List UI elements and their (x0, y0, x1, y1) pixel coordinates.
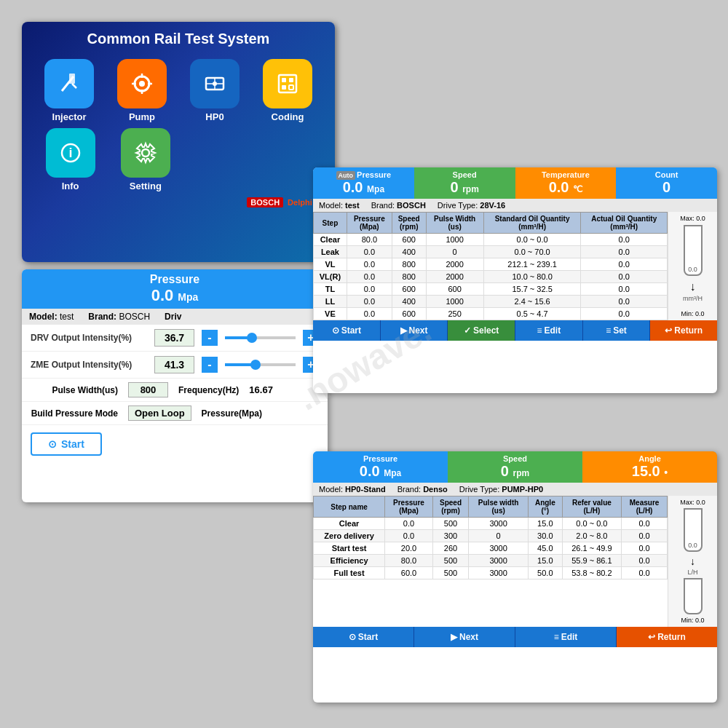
menu-item-coding[interactable]: Coding (255, 59, 320, 122)
hp0-th-pulse: Pulse width(us) (469, 496, 529, 518)
test-speed-cell: Speed 0 rpm (414, 167, 515, 199)
pump-icon (117, 59, 167, 108)
th-actual: Actual Oil Quantity(mm³/H) (581, 213, 668, 234)
test-pressure-cell: AutoPressure 0.0 Mpa (313, 167, 414, 199)
pulse-row: Pulse Width(us) 800 Frequency(Hz) 16.67 (22, 379, 328, 402)
select-check-icon: ✓ (464, 325, 471, 336)
test-return-label: Return (674, 325, 703, 336)
svg-rect-16 (282, 85, 286, 90)
svg-point-4 (139, 81, 145, 87)
hp0-start-btn[interactable]: ⊙ Start (313, 627, 414, 647)
hp0-next-btn[interactable]: ▶ Next (414, 627, 515, 647)
test-select-btn[interactable]: ✓ Select (448, 320, 515, 341)
zme-value[interactable]: 41.3 (154, 356, 194, 373)
drv-slider[interactable] (225, 336, 296, 339)
hp0-gauge-tube-bot (684, 578, 703, 614)
build-pressure-label: Build Pressure Mode (31, 408, 118, 419)
th-pulse: Pulse Width(us) (426, 213, 483, 234)
svg-point-20 (142, 149, 149, 157)
table-row: TL0.060060015.7 ~ 32.50.0 (314, 283, 668, 296)
injector-header: Pressure 0.0 Mpa (22, 269, 328, 309)
injector-icon (44, 59, 94, 108)
edit-icon: ≡ (537, 325, 542, 336)
hp0-gauge-max: Max: 0.0 (680, 499, 705, 506)
hp0-return-btn[interactable]: ↩ Return (617, 627, 717, 647)
menu-item-pump[interactable]: Pump (109, 59, 175, 122)
test-gauge-tube: 0.0 (684, 225, 703, 276)
svg-point-12 (213, 82, 217, 86)
test-set-btn[interactable]: ≡ Set (583, 320, 651, 341)
hp0-edit-label: Edit (561, 632, 578, 642)
inj-drive: Driv (165, 312, 181, 322)
hp0-th-step: Step name (314, 496, 385, 518)
test-next-label: Next (409, 325, 428, 336)
pulse-label: Pulse Width(us) (31, 385, 118, 395)
test-start-btn[interactable]: ⊙ Start (313, 320, 381, 341)
hp0-table-wrap: Step name Pressure(Mpa) Speed(rpm) Pulse… (313, 496, 668, 627)
hp0-start-label: Start (358, 632, 378, 642)
freq-label: Frequency(Hz) (178, 385, 239, 395)
hp0-pressure-cell: Pressure 0.0 Mpa (313, 451, 448, 483)
hp0-th-speed: Speed(rpm) (432, 496, 468, 518)
build-pressure-val[interactable]: Open Loop (128, 405, 191, 421)
bosch-logo: BOSCH (247, 197, 283, 207)
hp0-th-measure: Measure(L/H) (622, 496, 668, 518)
hp0-arrow-down-icon: ↓ (690, 555, 695, 567)
table-row: VL0.08002000212.1 ~ 239.10.0 (314, 258, 668, 271)
test-btn-row: ⊙ Start ▶ Next ✓ Select ≡ Edit ≡ Set ↩ R… (313, 320, 717, 341)
menu-item-info[interactable]: i Info (36, 128, 104, 191)
injector-label: Injector (52, 111, 87, 122)
drv-value[interactable]: 36.7 (154, 329, 194, 347)
hp0-th-pressure: Pressure(Mpa) (385, 496, 433, 518)
inj-start-btn[interactable]: ⊙ Start (31, 432, 102, 456)
menu-item-hp0[interactable]: HP0 (182, 59, 248, 122)
hp0-label: HP0 (205, 111, 223, 122)
table-row: Full test60.0500300050.053.8 ~ 80.20.0 (314, 567, 668, 579)
hp0-brand: Brand: Denso (397, 485, 448, 494)
test-drive: Drive Type: 28V-16 (438, 201, 505, 210)
test-gauge-min: Min: 0.0 (681, 310, 704, 317)
hp0-edit-btn[interactable]: ≡ Edit (515, 627, 617, 647)
test-gauge-unit: mm³/H (683, 295, 703, 302)
table-row: VL(R)0.0800200010.0 ~ 80.00.0 (314, 271, 668, 283)
drv-minus-btn[interactable]: - (202, 330, 218, 346)
hp0-th-refer: Refer value(L/H) (562, 496, 622, 518)
test-data-table: Step Pressure(Mpa) Speed(rpm) Pulse Widt… (313, 212, 668, 320)
coding-icon (263, 59, 312, 108)
hp0-gauge-tube-top: 0.0 (684, 508, 703, 552)
drv-row: DRV Output Intensity(%) 36.7 - + (22, 325, 328, 352)
zme-label: ZME Output Intensity(%) (31, 360, 147, 370)
menu-item-setting[interactable]: Setting (111, 128, 179, 191)
menu-item-injector[interactable]: Injector (36, 59, 102, 122)
hp0-speed-cell: Speed 0 rpm (448, 451, 582, 483)
test-gauge-max: Max: 0.0 (680, 215, 705, 222)
test-table-wrap: Step Pressure(Mpa) Speed(rpm) Pulse Widt… (313, 212, 668, 320)
svg-line-2 (72, 84, 76, 88)
hp0-angle-cell: Angle 15.0 • (582, 451, 717, 483)
test-brand: Brand: BOSCH (371, 201, 426, 210)
hp0-start-icon: ⊙ (349, 632, 356, 642)
pump-label: Pump (129, 111, 155, 122)
inj-model-row: Model: test Brand: BOSCH Driv (22, 309, 328, 325)
zme-slider[interactable] (225, 363, 296, 366)
hp0-btn-row: ⊙ Start ▶ Next ≡ Edit ↩ Return (313, 627, 717, 647)
setting-icon (121, 128, 170, 178)
table-row: Leak0.040000.0 ~ 70.00.0 (314, 246, 668, 258)
test-next-btn[interactable]: ▶ Next (381, 320, 448, 341)
inj-footer: ⊙ Start (22, 425, 328, 463)
zme-minus-btn[interactable]: - (202, 357, 218, 373)
test-count-cell: Count 0 (616, 167, 717, 199)
test-table-area: Step Pressure(Mpa) Speed(rpm) Pulse Widt… (313, 212, 717, 320)
table-row: Clear80.060010000.0 ~ 0.00.0 (314, 234, 668, 246)
table-row: Efficiency80.0500300015.055.9 ~ 86.10.0 (314, 555, 668, 567)
test-edit-btn[interactable]: ≡ Edit (515, 320, 583, 341)
pulse-val[interactable]: 800 (128, 382, 168, 397)
table-row: LL0.040010002.4 ~ 15.60.0 (314, 296, 668, 308)
th-pressure: Pressure(Mpa) (347, 213, 392, 234)
test-return-btn[interactable]: ↩ Return (650, 320, 717, 341)
inj-start-label: Start (61, 438, 84, 450)
test-edit-label: Edit (545, 325, 561, 336)
test-gauge-col: Max: 0.0 0.0 ↓ mm³/H Min: 0.0 (668, 212, 717, 320)
injector-test-panel: AutoPressure 0.0 Mpa Speed 0 rpm Tempera… (313, 167, 717, 393)
hp0-gauge-min: Min: 0.0 (681, 617, 704, 624)
